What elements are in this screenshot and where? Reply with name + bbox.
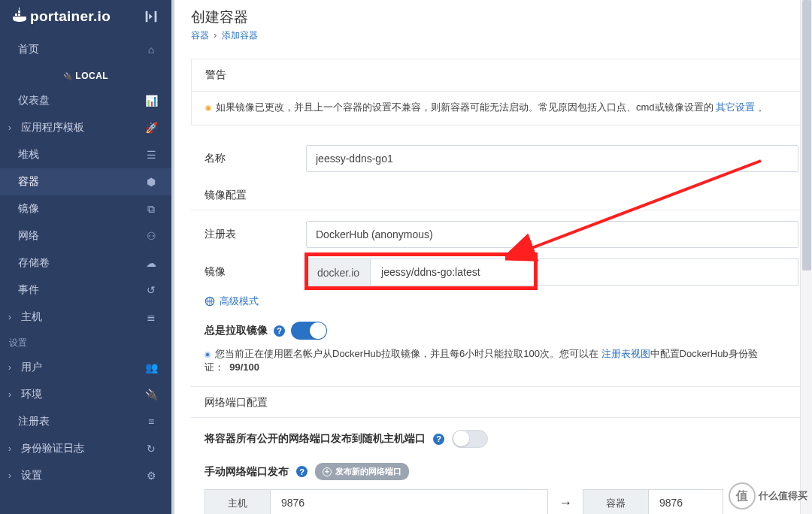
sidebar-item-events[interactable]: 事件 ↺	[0, 277, 171, 304]
help-icon[interactable]: ?	[296, 466, 308, 477]
warning-icon	[205, 105, 211, 111]
page-header: 创建容器 容器 › 添加容器	[174, 0, 812, 48]
port-mapping-row: 主机 → 容器	[205, 489, 798, 514]
sidebar-local-label: 🔌LOCAL	[0, 63, 171, 87]
main-content: 创建容器 容器 › 添加容器 警告 如果镜像已更改，并且上一个容器的设置不兼容，…	[171, 0, 812, 514]
registry-label: 注册表	[205, 228, 306, 241]
chevron-right-icon: ›	[5, 122, 15, 133]
sidebar-item-networks[interactable]: 网络 ⚇	[0, 222, 171, 249]
sidebar-item-home[interactable]: 首页 ⌂	[0, 36, 171, 63]
ports-section-head: 网络端口配置	[191, 386, 812, 418]
warning-text: 如果镜像已更改，并且上一个容器的设置不兼容，则新容器可能无法启动。常见原因包括入…	[192, 92, 811, 125]
name-row: 名称	[205, 145, 798, 172]
arrow-icon: →	[559, 495, 572, 511]
tachometer-icon: 📊	[144, 95, 158, 107]
image-label: 镜像	[205, 265, 306, 279]
info-icon	[205, 352, 211, 358]
sidebar: portainer.io 首页 ⌂ 🔌LOCAL 仪表盘 📊 ›应用程序模板 🚀…	[0, 0, 171, 514]
host-port-input[interactable]	[270, 489, 548, 514]
database-icon: ≡	[144, 416, 158, 428]
watermark: 值 什么值得买	[729, 482, 807, 509]
chevron-right-icon: ›	[5, 362, 15, 373]
sitemap-icon: ⚇	[144, 230, 158, 242]
collapse-dock-icon[interactable]	[143, 8, 159, 25]
sidebar-item-authlogs[interactable]: ›身份验证日志 ↻	[0, 435, 171, 462]
cog-icon: ⚙	[144, 470, 158, 482]
plus-icon: +	[323, 467, 332, 476]
registry-row: 注册表 DockerHub (anonymous)	[205, 221, 798, 248]
svg-rect-1	[15, 14, 17, 16]
advanced-mode-link[interactable]: 高级模式	[205, 295, 798, 308]
sidebar-item-host[interactable]: ›主机 ≣	[0, 304, 171, 331]
sidebar-item-users[interactable]: ›用户 👥	[0, 354, 171, 381]
globe-icon	[205, 296, 215, 307]
history-icon: ↻	[144, 443, 158, 455]
sidebar-item-dashboard[interactable]: 仪表盘 📊	[0, 87, 171, 114]
sidebar-item-containers[interactable]: 容器 ⬢	[0, 168, 171, 195]
breadcrumb: 容器 › 添加容器	[191, 29, 795, 42]
registry-select[interactable]: DockerHub (anonymous)	[306, 221, 798, 248]
sidebar-item-registries[interactable]: 注册表 ≡	[0, 408, 171, 435]
users-icon: 👥	[144, 361, 158, 373]
manual-ports-label: 手动网络端口发布	[205, 465, 289, 479]
anonymous-info: 您当前正在使用匿名帐户从DockerHub拉取镜像，并且每6小时只能拉取100次…	[205, 347, 798, 374]
breadcrumb-current: 添加容器	[222, 30, 258, 41]
manual-ports-row: 手动网络端口发布 ? + 发布新的网络端口	[205, 463, 798, 480]
container-name-input[interactable]	[306, 145, 798, 172]
host-port-label: 主机	[205, 489, 270, 514]
container-port-label: 容器	[583, 489, 648, 514]
always-pull-label: 总是拉取镜像	[205, 324, 268, 337]
scrollbar[interactable]	[800, 0, 812, 514]
sidebar-settings-head: 设置	[0, 331, 171, 354]
sidebar-item-images[interactable]: 镜像 ⧉	[0, 195, 171, 222]
chevron-right-icon: ›	[5, 470, 15, 481]
publish-new-port-button[interactable]: + 发布新的网络端口	[315, 463, 409, 480]
image-name-input[interactable]	[370, 259, 798, 286]
publish-all-row: 将容器所有公开的网络端口发布到随机主机端口 ?	[205, 430, 798, 448]
chevron-right-icon: ›	[5, 312, 15, 322]
brand-bar: portainer.io	[0, 0, 171, 36]
breadcrumb-containers[interactable]: 容器	[191, 30, 209, 41]
clone-icon: ⧉	[144, 203, 158, 216]
list-icon: ☰	[144, 149, 158, 161]
container-port-input[interactable]	[648, 489, 723, 514]
brand-text: portainer.io	[30, 8, 111, 25]
page-title: 创建容器	[191, 8, 795, 27]
hdd-icon: ☁	[144, 257, 158, 269]
chevron-right-icon: ›	[5, 389, 15, 400]
svg-rect-2	[18, 14, 20, 16]
plug-icon: 🔌	[63, 72, 73, 80]
sidebar-item-stacks[interactable]: 堆栈 ☰	[0, 141, 171, 168]
rocket-icon: 🚀	[144, 122, 158, 134]
publish-all-toggle[interactable]	[452, 430, 488, 448]
registry-view-link[interactable]: 注册表视图	[601, 348, 650, 359]
form-panel: 名称 镜像配置 注册表 DockerHub (anonymous) 镜像 doc…	[191, 145, 812, 514]
help-icon[interactable]: ?	[433, 434, 444, 445]
brand-logo[interactable]: portainer.io	[11, 8, 111, 26]
always-pull-toggle[interactable]	[291, 322, 327, 340]
publish-all-label: 将容器所有公开的网络端口发布到随机主机端口	[205, 432, 426, 446]
always-pull-row: 总是拉取镜像 ?	[205, 322, 798, 340]
pull-quota: 99/100	[229, 361, 259, 373]
home-icon: ⌂	[144, 44, 158, 56]
plug-icon: 🔌	[144, 389, 158, 401]
sidebar-item-templates[interactable]: ›应用程序模板 🚀	[0, 114, 171, 141]
help-icon[interactable]: ?	[274, 325, 285, 337]
sidebar-item-environments[interactable]: ›环境 🔌	[0, 381, 171, 408]
other-settings-link[interactable]: 其它设置	[716, 101, 755, 113]
chevron-right-icon: ›	[5, 443, 15, 454]
name-label: 名称	[205, 152, 306, 165]
scroll-thumb[interactable]	[802, 0, 811, 271]
history-icon: ↺	[144, 284, 158, 296]
server-icon: ≣	[144, 311, 158, 323]
image-prefix: docker.io	[306, 259, 370, 286]
watermark-badge-icon: 值	[729, 482, 756, 509]
ship-icon	[11, 8, 29, 26]
image-row: 镜像 docker.io	[205, 259, 798, 286]
svg-rect-0	[13, 17, 26, 20]
sidebar-item-settings[interactable]: ›设置 ⚙	[0, 462, 171, 489]
svg-rect-4	[19, 8, 20, 10]
sidebar-item-volumes[interactable]: 存储卷 ☁	[0, 249, 171, 277]
cubes-icon: ⬢	[144, 176, 158, 188]
warning-title: 警告	[192, 59, 811, 92]
